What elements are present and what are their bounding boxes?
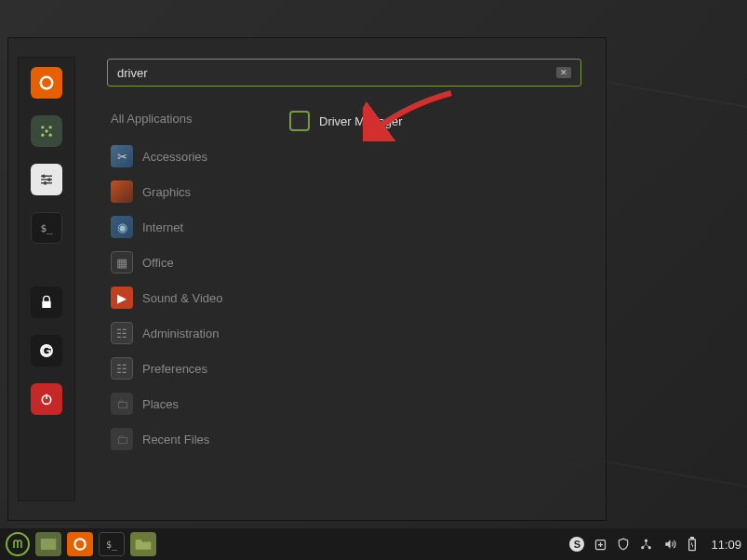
tray-network-icon[interactable] (639, 538, 653, 552)
start-menu: $_ G ✕ All Applications ✂ Accessor (7, 37, 607, 521)
svg-point-1 (42, 78, 51, 87)
office-icon: ▦ (111, 251, 133, 273)
category-label: Accessories (142, 150, 207, 164)
category-accessories[interactable]: ✂ Accessories (107, 139, 274, 174)
lock-icon[interactable] (31, 287, 62, 318)
taskbar-folder-icon[interactable] (130, 532, 156, 556)
results-list: Driver Manager (274, 105, 587, 457)
category-internet[interactable]: ◉ Internet (107, 209, 274, 245)
category-all-applications[interactable]: All Applications (107, 105, 274, 139)
category-label: Sound & Video (142, 291, 223, 305)
firefox-icon[interactable] (31, 67, 62, 99)
category-label: Office (142, 256, 174, 270)
tray-shield-icon[interactable] (617, 538, 630, 551)
svg-rect-16 (41, 539, 57, 550)
result-driver-manager[interactable]: Driver Manager (284, 105, 587, 137)
recent-files-icon: 🗀 (111, 428, 133, 450)
svg-point-20 (645, 539, 647, 541)
driver-manager-icon (289, 111, 310, 131)
svg-point-12 (44, 181, 47, 185)
system-tray: S 11:09 (569, 537, 741, 552)
accessories-icon: ✂ (111, 145, 133, 167)
category-graphics[interactable]: Graphics (107, 174, 274, 209)
taskbar-firefox-icon[interactable] (67, 532, 93, 556)
administration-icon: ☷ (111, 322, 133, 344)
logout-icon[interactable]: G (31, 335, 62, 367)
taskbar-files-icon[interactable] (35, 532, 61, 556)
category-recent-files[interactable]: 🗀 Recent Files (107, 421, 274, 457)
tray-volume-icon[interactable] (662, 538, 677, 551)
category-label: Graphics (142, 185, 191, 199)
category-label: Internet (142, 220, 183, 234)
clear-icon[interactable]: ✕ (556, 67, 571, 78)
category-sound-video[interactable]: ▶ Sound & Video (107, 280, 274, 315)
svg-point-6 (45, 129, 47, 132)
terminal-icon[interactable]: $_ (31, 212, 62, 244)
settings-icon[interactable] (31, 164, 62, 195)
svg-point-5 (49, 134, 52, 137)
category-label: Preferences (142, 362, 207, 376)
category-label: All Applications (111, 112, 192, 126)
svg-point-11 (47, 178, 51, 181)
result-label: Driver Manager (319, 114, 403, 128)
menu-main: ✕ All Applications ✂ Accessories Graphic… (75, 38, 606, 520)
category-preferences[interactable]: ☷ Preferences (107, 351, 274, 386)
graphics-icon (111, 180, 133, 203)
categories-list: All Applications ✂ Accessories Graphics … (107, 105, 274, 457)
software-manager-icon[interactable] (31, 115, 62, 147)
clock[interactable]: 11:09 (711, 538, 741, 552)
category-places[interactable]: 🗀 Places (107, 386, 274, 421)
internet-icon: ◉ (111, 216, 133, 238)
menu-sidebar: $_ G (18, 57, 75, 501)
svg-point-3 (49, 126, 52, 128)
search-box[interactable]: ✕ (107, 59, 581, 87)
svg-rect-24 (691, 538, 694, 540)
category-label: Places (142, 397, 179, 411)
start-menu-button[interactable] (6, 532, 30, 556)
taskbar: $_ S 11:09 (0, 528, 747, 560)
preferences-icon: ☷ (111, 357, 133, 380)
taskbar-terminal-icon[interactable]: $_ (99, 532, 125, 556)
category-office[interactable]: ▦ Office (107, 245, 274, 280)
power-icon[interactable] (31, 383, 62, 415)
tray-indicator-icon[interactable]: S (569, 537, 584, 552)
places-icon: 🗀 (111, 393, 133, 415)
svg-point-18 (76, 540, 85, 549)
svg-point-4 (41, 134, 44, 137)
tray-update-icon[interactable] (594, 538, 607, 552)
svg-point-10 (42, 174, 46, 178)
tray-battery-icon[interactable] (687, 537, 698, 552)
category-label: Recent Files (142, 433, 209, 447)
category-administration[interactable]: ☷ Administration (107, 315, 274, 351)
category-label: Administration (142, 327, 219, 340)
sound-video-icon: ▶ (111, 287, 133, 309)
search-input[interactable] (117, 66, 556, 80)
svg-point-2 (41, 126, 44, 128)
